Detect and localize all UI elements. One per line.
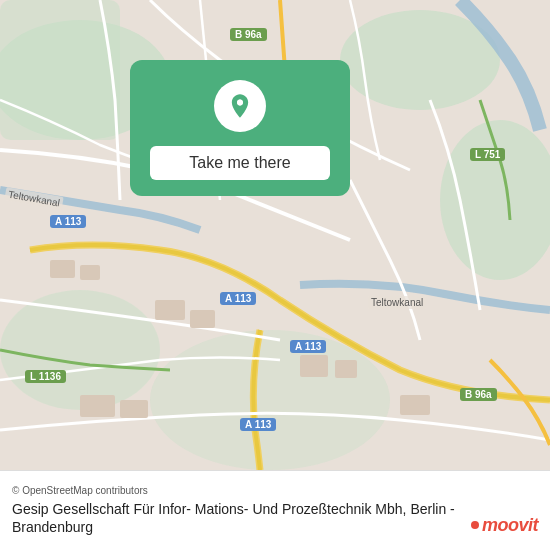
svg-rect-4 <box>0 0 120 140</box>
info-bar: © OpenStreetMap contributors Gesip Gesel… <box>0 470 550 550</box>
svg-rect-14 <box>50 260 75 278</box>
moovit-text: moovit <box>482 515 538 536</box>
svg-point-16 <box>237 100 243 106</box>
svg-rect-8 <box>190 310 215 328</box>
location-card: Take me there <box>130 60 350 196</box>
pin-icon <box>214 80 266 132</box>
take-me-there-button[interactable]: Take me there <box>150 146 330 180</box>
road-label-b96a-bottom: B 96a <box>460 388 497 401</box>
osm-attribution: © OpenStreetMap contributors <box>12 485 538 496</box>
svg-rect-7 <box>155 300 185 320</box>
svg-rect-9 <box>300 355 328 377</box>
svg-rect-13 <box>120 400 148 418</box>
road-label-l1136: L 1136 <box>25 370 66 383</box>
svg-rect-15 <box>80 265 100 280</box>
road-label-l751: L 751 <box>470 148 505 161</box>
svg-rect-12 <box>80 395 115 417</box>
moovit-logo: moovit <box>471 515 538 536</box>
road-label-b96a-top: B 96a <box>230 28 267 41</box>
moovit-dot <box>471 521 479 529</box>
road-label-a113-right: A 113 <box>290 340 326 353</box>
label-teltowkanal-right: Teltowkanal <box>368 296 426 309</box>
svg-rect-10 <box>335 360 357 378</box>
road-label-a113-bottom: A 113 <box>240 418 276 431</box>
svg-rect-11 <box>400 395 430 415</box>
svg-point-6 <box>0 290 160 410</box>
road-label-a113-left: A 113 <box>50 215 86 228</box>
road-label-a113-center: A 113 <box>220 292 256 305</box>
map-container: B 96a L 751 A 113 A 113 A 113 A 113 L 11… <box>0 0 550 470</box>
company-name: Gesip Gesellschaft Für Infor- Mations- U… <box>12 500 538 536</box>
svg-point-5 <box>150 330 390 470</box>
